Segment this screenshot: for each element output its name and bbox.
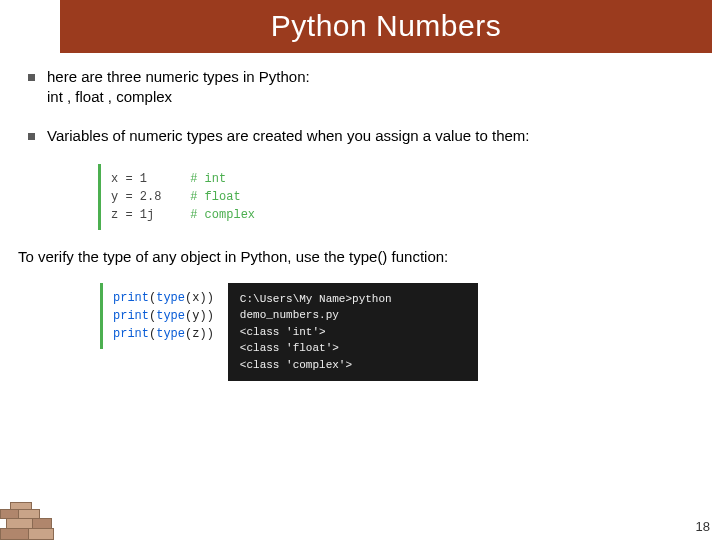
terminal-line: <class 'int'> bbox=[240, 324, 466, 341]
page-number: 18 bbox=[696, 519, 710, 534]
code-example-print: print(type(x)) print(type(y)) print(type… bbox=[100, 283, 214, 349]
terminal-line: <class 'complex'> bbox=[240, 357, 466, 374]
bullet-text: here are three numeric types in Python: … bbox=[47, 67, 692, 108]
code-and-output: print(type(x)) print(type(y)) print(type… bbox=[100, 283, 720, 382]
bullet-line: Variables of numeric types are created w… bbox=[47, 127, 529, 144]
verify-paragraph: To verify the type of any object in Pyth… bbox=[0, 248, 720, 265]
bullet-text: Variables of numeric types are created w… bbox=[47, 126, 692, 146]
bullet-line: here are three numeric types in Python: bbox=[47, 68, 310, 85]
terminal-line: <class 'float'> bbox=[240, 340, 466, 357]
code-line: z = 1j # complex bbox=[111, 206, 388, 224]
bullet-line: int , float , complex bbox=[47, 88, 172, 105]
code-line: x = 1 # int bbox=[111, 170, 388, 188]
bullet-marker-icon bbox=[28, 74, 35, 81]
code-line: print(type(x)) bbox=[113, 289, 214, 307]
bullet-item: Variables of numeric types are created w… bbox=[28, 126, 692, 146]
bullet-marker-icon bbox=[28, 133, 35, 140]
brick-decoration-icon bbox=[0, 502, 52, 540]
code-line: y = 2.8 # float bbox=[111, 188, 388, 206]
slide-title: Python Numbers bbox=[60, 0, 712, 53]
terminal-output: C:\Users\My Name>python demo_numbers.py … bbox=[228, 283, 478, 382]
code-line: print(type(z)) bbox=[113, 325, 214, 343]
bullet-item: here are three numeric types in Python: … bbox=[28, 67, 692, 108]
code-example-assignment: x = 1 # int y = 2.8 # float z = 1j # com… bbox=[98, 164, 388, 230]
code-line: print(type(y)) bbox=[113, 307, 214, 325]
slide-content: here are three numeric types in Python: … bbox=[0, 53, 720, 230]
terminal-line: C:\Users\My Name>python demo_numbers.py bbox=[240, 291, 466, 324]
